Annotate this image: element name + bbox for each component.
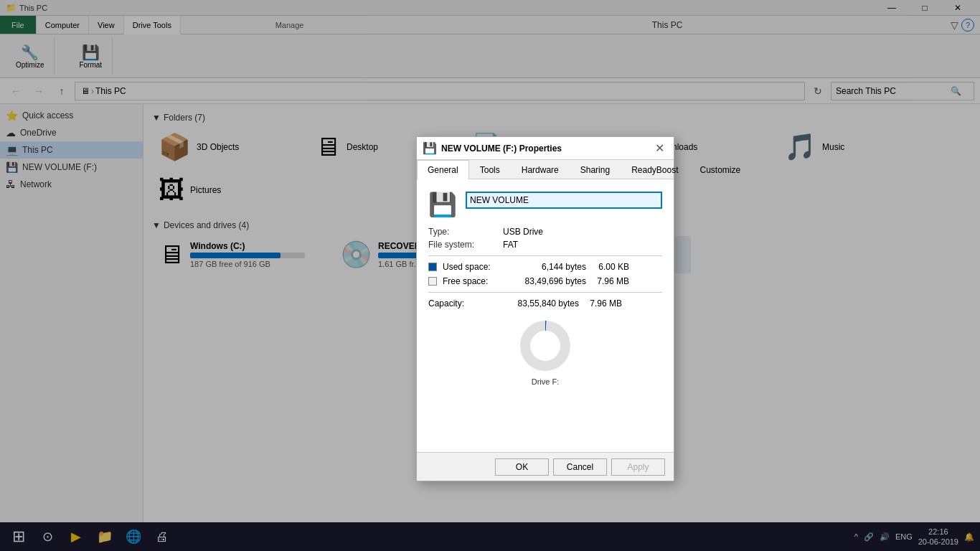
used-space-kb: 6.00 KB [586,262,629,272]
capacity-row: Capacity: 83,55,840 bytes 7.96 MB [428,298,662,309]
apply-button[interactable]: Apply [611,458,665,476]
modal-body: 💾 Type: USB Drive File system: FAT Used … [417,179,674,452]
svg-point-0 [525,326,565,366]
modal-tabs: General Tools Hardware Sharing ReadyBoos… [417,160,674,179]
used-space-bytes: 6,144 bytes [507,262,586,272]
free-space-label: Free space: [443,276,507,286]
modal-volume-header: 💾 [428,191,662,218]
donut-container: Drive F: [428,317,662,386]
modal-title: 💾 NEW VOLUME (F:) Properties [423,141,562,155]
modal-tab-general[interactable]: General [417,160,469,179]
modal-title-icon: 💾 [423,141,437,155]
modal-tab-tools[interactable]: Tools [469,160,511,179]
prop-fs-label: File system: [428,240,500,250]
modal-close-button[interactable]: ✕ [651,140,668,157]
prop-fs-value: FAT [503,240,518,250]
ok-button[interactable]: OK [495,458,549,476]
modal-title-text: NEW VOLUME (F:) Properties [441,143,562,154]
drive-label: Drive F: [532,377,560,386]
free-color-swatch [428,277,437,286]
modal-title-bar: 💾 NEW VOLUME (F:) Properties ✕ [417,137,674,160]
prop-type-label: Type: [428,227,500,237]
modal-tab-customize[interactable]: Customize [689,160,752,179]
used-color-swatch [428,263,437,271]
free-space-bytes: 83,49,696 bytes [507,276,586,286]
capacity-label: Capacity: [428,298,500,309]
prop-type-value: USB Drive [503,227,543,237]
cancel-button[interactable]: Cancel [553,458,607,476]
modal-footer: OK Cancel Apply [417,452,674,481]
prop-row-fs: File system: FAT [428,240,662,250]
used-space-label: Used space: [443,262,507,272]
modal-tab-hardware[interactable]: Hardware [511,160,570,179]
modal-overlay: 💾 NEW VOLUME (F:) Properties ✕ General T… [0,0,980,551]
modal-drive-icon: 💾 [428,191,457,218]
donut-chart [517,317,574,375]
modal-tab-readyboost[interactable]: ReadyBoost [621,160,689,179]
capacity-mb: 7.96 MB [579,298,622,309]
modal-tab-sharing[interactable]: Sharing [570,160,621,179]
volume-name-input[interactable] [466,192,662,209]
capacity-bytes: 83,55,840 bytes [500,298,579,309]
prop-row-type: Type: USB Drive [428,227,662,237]
used-space-row: Used space: 6,144 bytes 6.00 KB [428,262,662,272]
properties-modal: 💾 NEW VOLUME (F:) Properties ✕ General T… [416,136,674,481]
free-space-row: Free space: 83,49,696 bytes 7.96 MB [428,276,662,286]
free-space-mb: 7.96 MB [586,276,629,286]
